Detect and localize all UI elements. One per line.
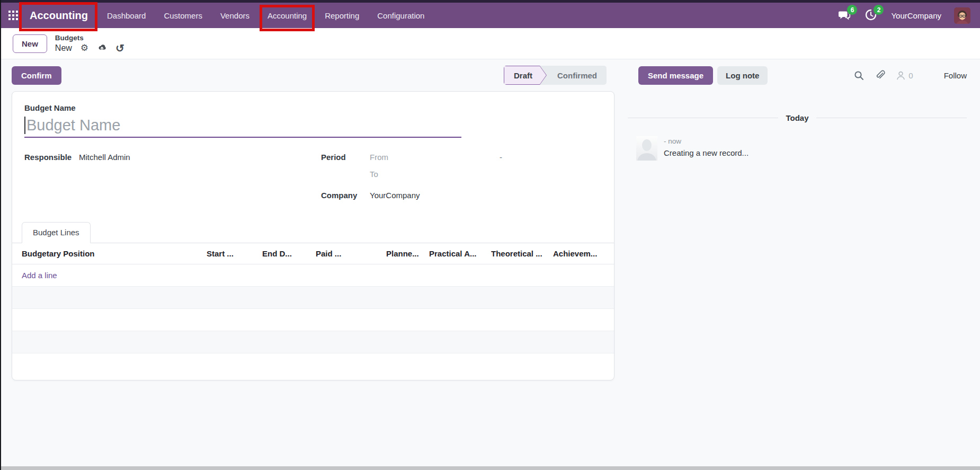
- send-message-button[interactable]: Send message: [638, 66, 713, 85]
- budget-name-placeholder: Budget Name: [26, 117, 120, 134]
- responsible-label: Responsible: [24, 153, 79, 162]
- window-left-edge: [0, 0, 1, 470]
- message-text: Creating a new record...: [664, 148, 749, 157]
- col-paid-date[interactable]: Paid ...: [316, 249, 386, 258]
- budget-lines-table: Budgetary Position Start ... End D... Pa…: [12, 243, 614, 380]
- menu-accounting-label: Accounting: [268, 11, 307, 20]
- control-panel: New Budgets New ⚙ ↺: [0, 28, 980, 59]
- responsible-value[interactable]: Mitchell Admin: [79, 153, 130, 162]
- window-bottom-strip: [0, 466, 980, 470]
- notebook: Budget Lines Budgetary Position Start ..…: [12, 222, 614, 380]
- chatter-panel: Today - now Creating a new record...: [628, 91, 980, 161]
- tab-budget-lines[interactable]: Budget Lines: [22, 222, 91, 243]
- company-value[interactable]: YourCompany: [370, 191, 420, 200]
- menu-configuration[interactable]: Configuration: [376, 10, 425, 21]
- menu-dashboard[interactable]: Dashboard: [106, 10, 147, 21]
- message-body: - now Creating a new record...: [664, 136, 749, 161]
- followers-count: 0: [908, 71, 913, 80]
- period-label: Period: [321, 153, 370, 162]
- messages-button[interactable]: 6: [838, 8, 852, 22]
- add-a-line-link[interactable]: Add a line: [22, 271, 57, 280]
- table-row[interactable]: [12, 309, 614, 331]
- state-draft-label: Draft: [504, 66, 546, 84]
- followers-button[interactable]: 0: [896, 70, 913, 81]
- period-to-input[interactable]: To: [370, 170, 378, 179]
- menu-vendors[interactable]: Vendors: [219, 10, 251, 21]
- avatar-placeholder-icon: [636, 136, 657, 161]
- log-note-button[interactable]: Log note: [717, 66, 768, 85]
- budget-name-label: Budget Name: [24, 103, 614, 112]
- period-to-row: Period To: [321, 170, 602, 179]
- table-row[interactable]: [12, 287, 614, 309]
- period-field: Period From -: [321, 153, 602, 162]
- gear-icon[interactable]: ⚙: [81, 43, 88, 52]
- breadcrumb-current: New: [55, 43, 72, 53]
- menu-reporting[interactable]: Reporting: [324, 10, 360, 21]
- form-statusbar: Confirm Draft Confirmed: [0, 66, 628, 85]
- action-row: Confirm Draft Confirmed Send message Log…: [0, 59, 980, 91]
- message-timestamp: - now: [664, 137, 749, 145]
- form-view: Budget Name Budget Name Responsible Mitc…: [0, 91, 628, 380]
- grid-icon: [8, 11, 18, 20]
- text-cursor: [24, 117, 25, 134]
- right-field-column: Period From - Period To Company YourComp…: [321, 153, 602, 200]
- chatter-topbar: Send message Log note 0: [628, 66, 980, 85]
- new-record-button[interactable]: New: [13, 34, 47, 53]
- breadcrumb-budgets[interactable]: Budgets: [55, 34, 124, 42]
- add-line-row: Add a line: [12, 264, 614, 287]
- activities-button[interactable]: 2: [865, 8, 878, 22]
- attachments-paperclip-icon[interactable]: [875, 70, 885, 81]
- menu-accounting[interactable]: Accounting: [266, 10, 308, 21]
- col-budgetary-position[interactable]: Budgetary Position: [22, 249, 207, 258]
- col-achievement[interactable]: Achievem...: [553, 249, 614, 258]
- cloud-save-icon[interactable]: [97, 43, 107, 53]
- top-navbar: Accounting Dashboard Customers Vendors A…: [0, 0, 980, 28]
- activities-badge: 2: [874, 5, 884, 15]
- menu-customers[interactable]: Customers: [163, 10, 203, 21]
- col-end-date[interactable]: End D...: [262, 249, 316, 258]
- table-header-row: Budgetary Position Start ... End D... Pa…: [12, 243, 614, 264]
- company-field: Company YourCompany: [321, 191, 602, 200]
- col-planned-amount[interactable]: Planne...: [386, 249, 429, 258]
- topbar-right: 6 2 YourCompany: [838, 7, 970, 24]
- field-grid: Responsible Mitchell Admin Period From -…: [24, 153, 602, 200]
- breadcrumb: Budgets New ⚙ ↺: [55, 34, 124, 54]
- form-sheet: Budget Name Budget Name Responsible Mitc…: [12, 91, 614, 380]
- table-row[interactable]: [12, 331, 614, 353]
- app-name-label: Accounting: [30, 10, 88, 21]
- budget-name-block: Budget Name Budget Name: [12, 103, 614, 138]
- apps-menu-icon[interactable]: [6, 8, 20, 22]
- period-dash: -: [500, 153, 502, 162]
- state-confirmed[interactable]: Confirmed: [547, 66, 607, 85]
- col-practical-amount[interactable]: Practical A...: [429, 249, 491, 258]
- follow-button[interactable]: Follow: [944, 71, 967, 80]
- budget-name-input[interactable]: Budget Name: [24, 117, 461, 138]
- message-avatar[interactable]: [636, 136, 657, 161]
- today-divider: Today: [628, 113, 967, 122]
- person-icon: [896, 70, 906, 81]
- col-start-date[interactable]: Start ...: [207, 249, 262, 258]
- chatter-message: - now Creating a new record...: [628, 136, 967, 161]
- main-content: Budget Name Budget Name Responsible Mitc…: [0, 91, 980, 380]
- discard-undo-icon[interactable]: ↺: [115, 43, 124, 54]
- messages-badge: 6: [847, 5, 857, 15]
- today-label: Today: [786, 113, 808, 122]
- table-row[interactable]: [12, 353, 614, 380]
- search-messages-icon[interactable]: [854, 70, 864, 81]
- user-avatar[interactable]: [954, 7, 970, 24]
- avatar-image: [954, 7, 970, 24]
- state-widget: Draft Confirmed: [504, 66, 607, 85]
- app-name-accounting[interactable]: Accounting: [28, 8, 90, 23]
- main-menu: Dashboard Customers Vendors Accounting R…: [106, 10, 425, 21]
- col-theoretical-amount[interactable]: Theoretical ...: [491, 249, 553, 258]
- state-draft[interactable]: Draft: [504, 66, 547, 85]
- cloud-glyph: [97, 43, 107, 51]
- company-label: Company: [321, 191, 370, 200]
- period-from-input[interactable]: From: [370, 153, 500, 162]
- tab-bar: Budget Lines: [12, 222, 614, 243]
- responsible-field: Responsible Mitchell Admin: [24, 153, 321, 200]
- confirm-button[interactable]: Confirm: [12, 66, 61, 85]
- company-switcher[interactable]: YourCompany: [891, 11, 941, 20]
